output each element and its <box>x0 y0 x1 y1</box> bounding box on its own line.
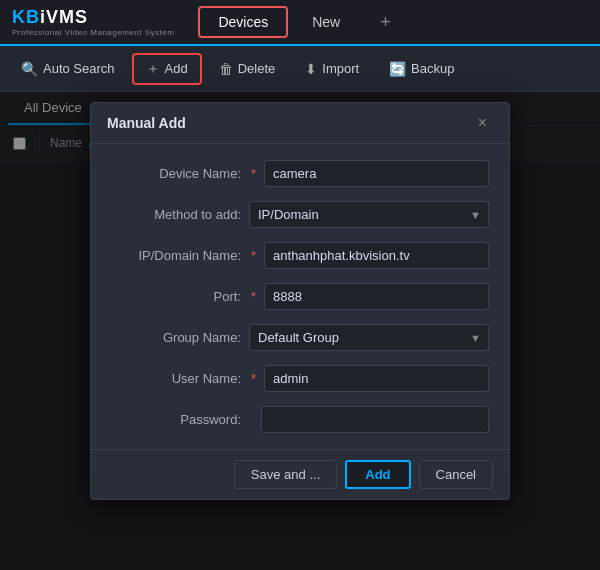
nav-tab-devices[interactable]: Devices <box>198 6 288 38</box>
ip-domain-label: IP/Domain Name: <box>111 248 241 263</box>
modal-add-button[interactable]: Add <box>345 460 410 489</box>
modal-overlay: Manual Add × Device Name: * Method to ad… <box>0 92 600 570</box>
password-input[interactable] <box>261 406 489 433</box>
backup-icon: 🔄 <box>389 61 406 77</box>
device-name-required: * <box>251 166 256 181</box>
import-button[interactable]: ⬇ Import <box>292 55 372 83</box>
modal-footer: Save and ... Add Cancel <box>91 449 509 499</box>
group-select-wrap: Default Group ▼ <box>249 324 489 351</box>
cancel-button[interactable]: Cancel <box>419 460 493 489</box>
method-select-wrap: IP/Domain Serial Number ▼ <box>249 201 489 228</box>
group-label: Group Name: <box>111 330 241 345</box>
device-name-input[interactable] <box>264 160 489 187</box>
import-label: Import <box>322 61 359 76</box>
backup-button[interactable]: 🔄 Backup <box>376 55 467 83</box>
modal-title: Manual Add <box>107 115 186 131</box>
method-select[interactable]: IP/Domain Serial Number <box>249 201 489 228</box>
group-row: Group Name: Default Group ▼ <box>111 324 489 351</box>
username-required: * <box>251 371 256 386</box>
import-icon: ⬇ <box>305 61 317 77</box>
port-input[interactable] <box>264 283 489 310</box>
username-label: User Name: <box>111 371 241 386</box>
top-bar: KBiVMS Professional Video Management Sys… <box>0 0 600 46</box>
manual-add-modal: Manual Add × Device Name: * Method to ad… <box>90 102 510 500</box>
search-icon: 🔍 <box>21 61 38 77</box>
nav-plus-button[interactable]: + <box>372 8 399 37</box>
delete-icon: 🗑 <box>219 61 233 77</box>
group-select[interactable]: Default Group <box>249 324 489 351</box>
nav-tab-new[interactable]: New <box>292 6 360 38</box>
delete-label: Delete <box>238 61 276 76</box>
ip-domain-input[interactable] <box>264 242 489 269</box>
ip-domain-required: * <box>251 248 256 263</box>
username-input[interactable] <box>264 365 489 392</box>
method-row: Method to add: IP/Domain Serial Number ▼ <box>111 201 489 228</box>
device-name-row: Device Name: * <box>111 160 489 187</box>
ip-domain-row: IP/Domain Name: * <box>111 242 489 269</box>
toolbar: 🔍 Auto Search ＋ Add 🗑 Delete ⬇ Import 🔄 … <box>0 46 600 92</box>
add-button[interactable]: ＋ Add <box>132 53 202 85</box>
logo-kb: KB <box>12 7 40 27</box>
auto-search-label: Auto Search <box>43 61 115 76</box>
auto-search-button[interactable]: 🔍 Auto Search <box>8 55 128 83</box>
nav-tabs: Devices New + <box>198 6 588 38</box>
modal-header: Manual Add × <box>91 103 509 144</box>
logo-subtitle: Professional Video Management System <box>12 28 174 37</box>
device-name-label: Device Name: <box>111 166 241 181</box>
port-required: * <box>251 289 256 304</box>
delete-button[interactable]: 🗑 Delete <box>206 55 289 83</box>
add-icon: ＋ <box>146 60 160 78</box>
logo-title: KBiVMS <box>12 7 174 28</box>
backup-label: Backup <box>411 61 454 76</box>
password-row: Password: <box>111 406 489 433</box>
add-label: Add <box>165 61 188 76</box>
method-label: Method to add: <box>111 207 241 222</box>
port-row: Port: * <box>111 283 489 310</box>
logo-ivms: iVMS <box>40 7 88 27</box>
logo-area: KBiVMS Professional Video Management Sys… <box>12 7 174 37</box>
password-label: Password: <box>111 412 241 427</box>
port-label: Port: <box>111 289 241 304</box>
modal-close-button[interactable]: × <box>472 113 493 133</box>
save-and-button[interactable]: Save and ... <box>234 460 337 489</box>
username-row: User Name: * <box>111 365 489 392</box>
modal-body: Device Name: * Method to add: IP/Domain … <box>91 144 509 449</box>
